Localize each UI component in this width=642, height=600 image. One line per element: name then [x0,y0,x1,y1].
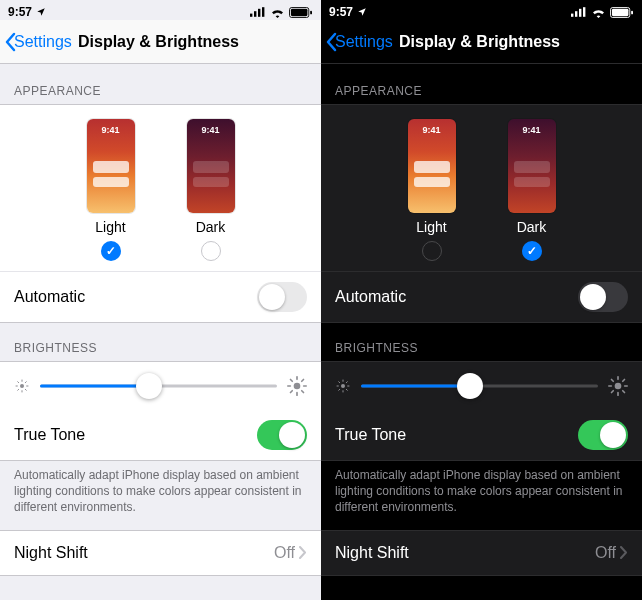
true-tone-label: True Tone [14,426,85,444]
appearance-group: 9:41 Light 9:41 Dark Automatic [0,104,321,323]
cellular-icon [571,7,587,17]
svg-rect-2 [258,9,260,17]
appearance-option-light[interactable]: 9:41 Light [408,119,456,261]
svg-line-37 [339,382,340,383]
pane-dark-mode: 9:57 Settings Display & Brightness APPEA… [321,0,642,600]
location-icon [36,7,46,17]
appearance-dark-label: Dark [517,219,547,235]
night-shift-group: Night Shift Off [321,530,642,576]
sun-low-icon [14,378,30,394]
wifi-icon [591,7,606,18]
section-header-brightness: BRIGHTNESS [0,323,321,361]
svg-point-32 [341,384,345,388]
svg-point-41 [615,383,622,390]
thumb-clock: 9:41 [87,125,135,135]
true-tone-footer: Automatically adapt iPhone display based… [321,461,642,530]
svg-rect-25 [571,14,573,17]
night-shift-row[interactable]: Night Shift Off [0,531,321,575]
svg-point-16 [294,383,301,390]
sun-low-icon [335,378,351,394]
night-shift-label: Night Shift [335,544,409,562]
appearance-thumb-light: 9:41 [408,119,456,213]
night-shift-value: Off [595,544,616,562]
svg-rect-30 [612,8,629,15]
true-tone-footer: Automatically adapt iPhone display based… [0,461,321,530]
appearance-thumb-light: 9:41 [87,119,135,213]
svg-line-48 [612,391,614,393]
status-time-group: 9:57 [329,5,367,19]
back-button[interactable]: Settings [4,32,72,52]
svg-line-12 [18,382,19,383]
true-tone-row[interactable]: True Tone [0,410,321,460]
appearance-light-radio[interactable] [101,241,121,261]
svg-line-40 [346,382,347,383]
automatic-switch[interactable] [257,282,307,312]
appearance-thumb-dark: 9:41 [508,119,556,213]
svg-rect-0 [250,14,252,17]
true-tone-label: True Tone [335,426,406,444]
appearance-option-dark[interactable]: 9:41 Dark [508,119,556,261]
svg-line-15 [25,382,26,383]
back-label: Settings [14,33,72,51]
night-shift-value: Off [274,544,295,562]
svg-line-23 [291,391,293,393]
night-shift-value-group: Off [274,544,307,562]
night-shift-group: Night Shift Off [0,530,321,576]
location-icon [357,7,367,17]
appearance-dark-radio[interactable] [201,241,221,261]
appearance-dark-label: Dark [196,219,226,235]
svg-line-13 [25,389,26,390]
battery-icon [610,7,634,18]
night-shift-label: Night Shift [14,544,88,562]
nav-bar: Settings Display & Brightness [321,20,642,64]
status-time: 9:57 [329,5,353,19]
appearance-option-dark[interactable]: 9:41 Dark [187,119,235,261]
appearance-light-radio[interactable] [422,241,442,261]
svg-rect-26 [575,11,577,17]
status-indicators [571,7,634,18]
night-shift-row[interactable]: Night Shift Off [321,531,642,575]
content-scroll[interactable]: APPEARANCE 9:41 Light 9:41 Dark [321,64,642,600]
automatic-row[interactable]: Automatic [0,271,321,322]
back-label: Settings [335,33,393,51]
appearance-options: 9:41 Light 9:41 Dark [0,105,321,271]
true-tone-row[interactable]: True Tone [321,410,642,460]
status-bar: 9:57 [0,0,321,20]
true-tone-switch[interactable] [578,420,628,450]
brightness-slider[interactable] [40,372,277,400]
brightness-group: True Tone [321,361,642,461]
appearance-option-light[interactable]: 9:41 Light [87,119,135,261]
back-button[interactable]: Settings [325,32,393,52]
battery-icon [289,7,313,18]
page-title: Display & Brightness [399,33,560,51]
svg-line-38 [346,389,347,390]
section-header-brightness: BRIGHTNESS [321,323,642,361]
chevron-right-icon [620,546,628,559]
svg-line-24 [302,380,304,382]
content-scroll[interactable]: APPEARANCE 9:41 Light 9:41 Dark [0,64,321,600]
night-shift-value-group: Off [595,544,628,562]
automatic-switch[interactable] [578,282,628,312]
thumb-clock: 9:41 [508,125,556,135]
automatic-row[interactable]: Automatic [321,271,642,322]
status-bar: 9:57 [321,0,642,20]
svg-line-21 [291,380,293,382]
svg-rect-5 [291,8,308,15]
svg-rect-3 [262,7,264,17]
svg-point-7 [20,384,24,388]
svg-rect-1 [254,11,256,17]
brightness-slider[interactable] [361,372,598,400]
svg-rect-28 [583,7,585,17]
true-tone-switch[interactable] [257,420,307,450]
status-time-group: 9:57 [8,5,46,19]
appearance-dark-radio[interactable] [522,241,542,261]
section-header-appearance: APPEARANCE [0,64,321,104]
nav-bar: Settings Display & Brightness [0,20,321,64]
svg-rect-27 [579,9,581,17]
pane-light-mode: 9:57 Settings Display & Brightness APPEA… [0,0,321,600]
brightness-group: True Tone [0,361,321,461]
sun-high-icon [608,376,628,396]
cellular-icon [250,7,266,17]
thumb-clock: 9:41 [408,125,456,135]
thumb-clock: 9:41 [187,125,235,135]
